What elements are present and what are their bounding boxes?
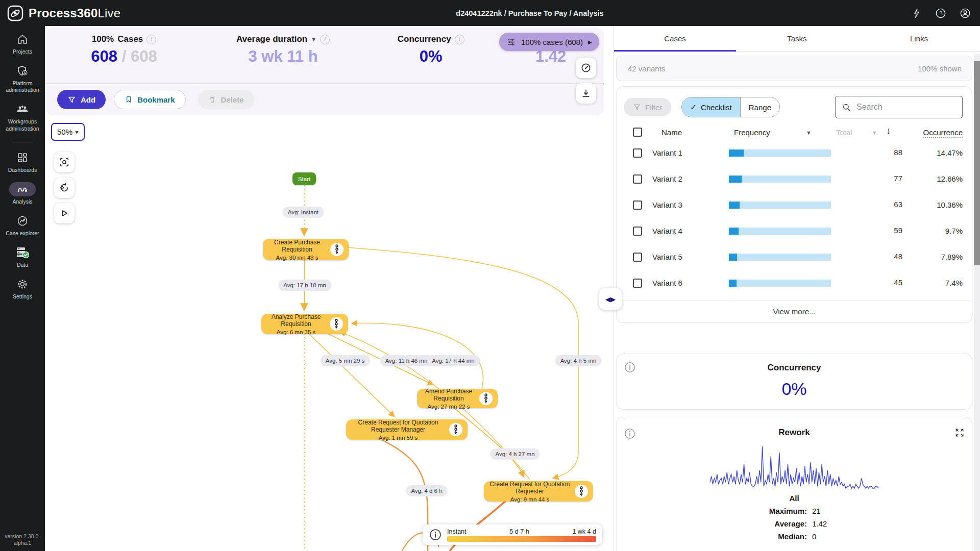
sidebar-item-settings[interactable]: Settings <box>1 277 44 300</box>
fit-to-screen-button[interactable] <box>54 152 75 172</box>
frequency-bar <box>729 176 831 183</box>
variant-checkbox[interactable] <box>633 253 642 262</box>
rework-info-icon[interactable] <box>624 428 636 440</box>
concurrency-label: Concurrency <box>398 34 451 44</box>
column-total[interactable]: Total ▼ <box>836 128 877 137</box>
breadcrumb: d24041222nk / Purchase To Pay / Analysis <box>456 9 603 17</box>
table-row-variant-4[interactable]: Variant 4 59 9.7% <box>617 222 972 248</box>
delete-button[interactable]: Delete <box>198 90 254 109</box>
select-all-checkbox[interactable] <box>633 128 642 137</box>
table-row-variant-3[interactable]: Variant 3 63 10.36% <box>617 196 972 222</box>
stat-average-duration: Average duration ▼ i 3 wk 11 h <box>202 34 364 66</box>
search-field[interactable] <box>835 96 963 118</box>
variant-checkbox[interactable] <box>633 201 642 210</box>
frequency-bar <box>729 228 831 235</box>
workgroups-icon <box>16 103 29 115</box>
case-explorer-icon <box>16 215 29 227</box>
panel-resize-handle[interactable]: ◀▶ <box>599 288 622 310</box>
sidebar-item-case-explorer[interactable]: Case explorer <box>1 214 44 237</box>
analysis-icon <box>16 183 29 195</box>
tab-tasks[interactable]: Tasks <box>736 26 858 51</box>
concurrency-info-icon[interactable]: i <box>455 35 464 44</box>
sidebar: Projects Platform administration Workgro… <box>0 26 45 551</box>
zoom-level-select[interactable]: 50% ▼ <box>51 123 85 141</box>
scrollbar-thumb[interactable] <box>974 61 980 265</box>
table-row-variant-1[interactable]: Variant 1 88 14.47% <box>617 144 972 170</box>
variants-count: 42 variants <box>628 64 665 73</box>
edge-label: Avg: Instant <box>283 207 324 218</box>
node-gateway-icon[interactable] <box>330 317 343 331</box>
tab-cases[interactable]: Cases <box>614 26 736 51</box>
variant-checkbox[interactable] <box>633 227 642 236</box>
account-icon[interactable] <box>960 8 971 19</box>
download-map-button[interactable] <box>576 83 596 104</box>
node-create-purchase-requisition[interactable]: Create Purchase Requisition Avg: 30 mn 4… <box>263 239 349 260</box>
tab-links[interactable]: Links <box>858 26 980 51</box>
performance-view-button[interactable] <box>576 58 596 78</box>
legend-mid: 5 d 7 h <box>509 528 529 535</box>
panel-scrollbar[interactable] <box>974 54 980 551</box>
checklist-option[interactable]: ✓ Checklist <box>682 97 740 117</box>
quick-actions-icon[interactable] <box>912 8 922 18</box>
range-option[interactable]: Range <box>740 97 779 117</box>
top-bar: Process360Live d24041222nk / Purchase To… <box>0 0 980 26</box>
edge-label: Avg: 4 h 5 mn <box>555 355 602 366</box>
expand-icon[interactable] <box>954 428 965 438</box>
search-input[interactable] <box>856 103 948 112</box>
duration-info-icon[interactable]: i <box>320 35 330 44</box>
sidebar-item-platform-administration[interactable]: Platform administration <box>1 64 44 93</box>
total-caret-icon: ▼ <box>872 130 877 136</box>
sidebar-item-data[interactable]: Data <box>1 245 44 268</box>
add-filter-button[interactable]: Add <box>57 90 106 109</box>
app-version: version 2.38.0-alpha.1 <box>0 533 45 547</box>
concurrency-info-icon[interactable] <box>624 361 636 373</box>
filter-button[interactable]: Filter <box>624 98 671 116</box>
column-occurrence[interactable]: Occurrence <box>923 128 963 137</box>
duration-dropdown-icon[interactable]: ▼ <box>311 36 316 42</box>
node-analyze-purchase-requisition[interactable]: Analyze Purchase Requisition Avg: 6 mn 3… <box>261 314 348 334</box>
stat-cases: 100% Cases i 608 / 608 <box>46 34 202 66</box>
edge-label: Avg: 4 d 6 h <box>406 485 447 496</box>
node-amend-purchase-requisition[interactable]: Amend Purchase Requisition Avg: 27 mn 22… <box>417 389 498 408</box>
app-title: Process360Live <box>29 6 120 20</box>
sort-descending-icon[interactable]: ↓ <box>886 126 891 137</box>
node-gateway-icon[interactable] <box>449 423 462 436</box>
node-gateway-icon[interactable] <box>575 485 588 498</box>
sidebar-item-dashboards[interactable]: Dashboards <box>1 151 44 173</box>
node-create-rfq-requester[interactable]: Create Request for Quotation Requester A… <box>484 481 593 502</box>
variant-checkbox[interactable] <box>633 279 642 288</box>
bookmark-button[interactable]: Bookmark <box>114 90 185 109</box>
view-more-link[interactable]: View more... <box>773 307 815 316</box>
reset-rotation-icon <box>59 182 70 193</box>
legend-info-icon[interactable] <box>429 528 442 541</box>
edge-label: Avg: 4 h 27 mn <box>490 448 540 460</box>
sidebar-item-workgroups-administration[interactable]: Workgroups administration <box>1 102 44 132</box>
cases-info-icon[interactable]: i <box>146 35 156 44</box>
cases-percentage-button[interactable]: 100% cases (608) ▶ <box>499 33 599 51</box>
node-create-rfq-requester-manager[interactable]: Create Request for Quotation Requester M… <box>346 419 468 440</box>
column-frequency[interactable]: Frequency ▼ <box>734 128 812 137</box>
table-row-variant-2[interactable]: Variant 2 77 12.66% <box>617 170 972 196</box>
funnel-icon <box>67 95 76 104</box>
help-icon[interactable]: ? <box>935 8 946 19</box>
variants-shown: 100% shown <box>918 64 962 73</box>
rework-median: Median: 0 <box>617 532 972 541</box>
table-row-variant-6[interactable]: Variant 6 45 7.4% <box>617 274 972 300</box>
gauge-icon <box>580 62 592 73</box>
sidebar-item-analysis[interactable]: Analysis <box>1 182 44 205</box>
node-gateway-icon[interactable] <box>330 243 344 256</box>
reset-view-button[interactable] <box>54 178 75 198</box>
variant-checkbox[interactable] <box>633 148 642 158</box>
process-map[interactable]: Start Create Purchase Requisition Avg: 3… <box>45 117 614 551</box>
node-gateway-icon[interactable] <box>479 392 493 405</box>
stat-concurrency: Concurrency i 0% <box>364 34 498 66</box>
play-animation-button[interactable] <box>54 203 75 223</box>
fit-screen-icon <box>59 157 70 168</box>
duration-legend: Instant 5 d 7 h 1 wk 4 d <box>423 524 602 545</box>
variant-checkbox[interactable] <box>633 174 642 184</box>
frequency-bar <box>729 202 831 209</box>
table-row-variant-5[interactable]: Variant 5 48 7.89% <box>617 248 972 274</box>
svg-text:?: ? <box>939 10 942 16</box>
node-start[interactable]: Start <box>292 172 316 185</box>
sidebar-item-projects[interactable]: Projects <box>1 32 44 55</box>
